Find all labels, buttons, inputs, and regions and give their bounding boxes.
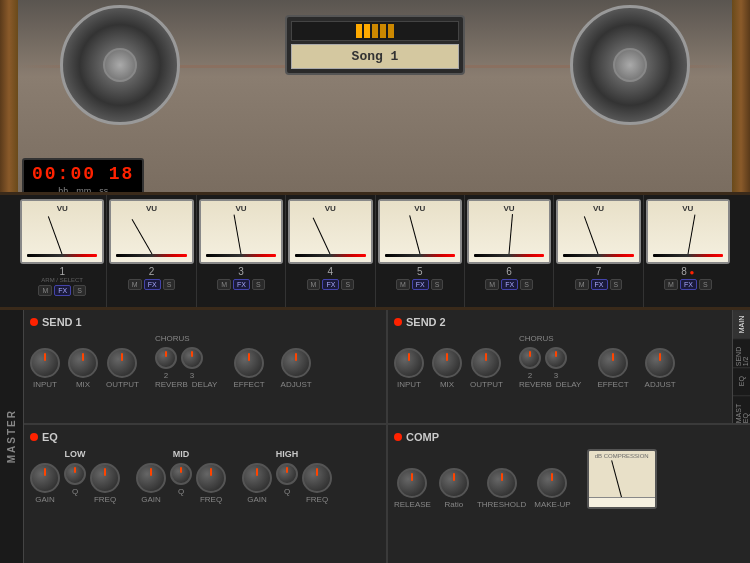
ch3-s-btn[interactable]: S [252,279,265,290]
ch-number-2: 2 [149,266,155,277]
timer-labels: hh mm ss [32,186,134,195]
ch1-m-btn[interactable]: M [38,285,52,296]
send1-output-label: OUTPUT [106,380,139,389]
send1-reverb-knob[interactable] [155,347,177,369]
ch-controls-7[interactable]: M FX S [575,279,622,290]
eq-low-gain-group: GAIN [30,463,60,504]
right-nav-mast[interactable]: MAST EQ [733,395,750,423]
vu-label-7: VU [593,204,604,213]
vu-label-6: VU [504,204,515,213]
eq-low-label: LOW [65,449,86,459]
comp-makeup-label: MAKE-UP [534,500,570,509]
right-nav-eq[interactable]: EQ [733,367,750,395]
right-nav-send[interactable]: SEND 1/2 [733,338,750,366]
send1-input-knob[interactable] [30,348,60,378]
eq-high-freq-knob[interactable] [302,463,332,493]
right-nav: MAIN SEND 1/2 EQ MAST EQ [732,310,750,423]
send2-effect-knob[interactable] [598,348,628,378]
ch-controls-4[interactable]: M FX S [307,279,354,290]
eq-mid-label: MID [173,449,190,459]
eq-high-freq-group: FREQ [302,463,332,504]
tape-bar-2 [364,24,370,38]
ch7-m-btn[interactable]: M [575,279,589,290]
send2-reverb-group: 2 [519,347,541,380]
send1-delay-label: 3 [190,371,194,380]
send1-effect-knob[interactable] [234,348,264,378]
eq-title: EQ [42,431,58,443]
eq-high-q-knob[interactable] [276,463,298,485]
tape-bar-3 [372,24,378,38]
send1-chorus-label: CHORUS [155,334,218,343]
ch-number-7: 7 [596,266,602,277]
ch5-fx-btn[interactable]: FX [412,279,429,290]
send1-output-knob[interactable] [107,348,137,378]
send2-mix-knob[interactable] [432,348,462,378]
ch8-m-btn[interactable]: M [664,279,678,290]
ch6-m-btn[interactable]: M [485,279,499,290]
ch-controls-2[interactable]: M FX S [128,279,175,290]
send2-reverb-label: 2 [528,371,532,380]
ch7-fx-btn[interactable]: FX [591,279,608,290]
ch1-fx-btn[interactable]: FX [54,285,71,296]
send1-adjust-knob[interactable] [281,348,311,378]
send2-input-label: INPUT [397,380,421,389]
timer-mm: mm [76,186,91,195]
comp-ratio-knob[interactable] [439,468,469,498]
eq-mid-gain-label: GAIN [141,495,161,504]
eq-low-freq-knob[interactable] [90,463,120,493]
eq-low-gain-knob[interactable] [30,463,60,493]
eq-mid-knobs: GAIN Q FREQ [136,463,226,504]
ch6-s-btn[interactable]: S [520,279,533,290]
ch1-s-btn[interactable]: S [73,285,86,296]
send2-delay-knob[interactable] [545,347,567,369]
ch2-fx-btn[interactable]: FX [144,279,161,290]
vu-channel-3: VU 3 M FX S [197,195,286,307]
send2-output-group: OUTPUT [470,348,503,389]
ch4-fx-btn[interactable]: FX [322,279,339,290]
comp-release-knob[interactable] [397,468,427,498]
send1-mix-knob[interactable] [68,348,98,378]
comp-makeup-group: MAKE-UP [534,468,570,509]
ch-controls-3[interactable]: M FX S [217,279,264,290]
ch3-fx-btn[interactable]: FX [233,279,250,290]
comp-threshold-knob[interactable] [487,468,517,498]
ch6-fx-btn[interactable]: FX [501,279,518,290]
eq-mid-q-knob[interactable] [170,463,192,485]
ch4-m-btn[interactable]: M [307,279,321,290]
ch7-s-btn[interactable]: S [610,279,623,290]
eq-mid-freq-label: FREQ [200,495,222,504]
eq-low-freq-label: FREQ [94,495,116,504]
ch2-s-btn[interactable]: S [163,279,176,290]
ch-controls-8[interactable]: M FX S [664,279,711,290]
ch-controls-1[interactable]: M FX S [38,285,85,296]
ch5-s-btn[interactable]: S [431,279,444,290]
send2-effect-row: REVERB DELAY [519,380,582,389]
eq-high-gain-knob[interactable] [242,463,272,493]
ch-controls-6[interactable]: M FX S [485,279,532,290]
ch3-m-btn[interactable]: M [217,279,231,290]
ch4-s-btn[interactable]: S [341,279,354,290]
right-nav-main[interactable]: MAIN [733,310,750,338]
eq-low-q-label: Q [72,487,78,496]
send2-reverb-knob[interactable] [519,347,541,369]
ch8-fx-btn[interactable]: FX [680,279,697,290]
ch8-s-btn[interactable]: S [699,279,712,290]
tape-transport: Song 1 [285,15,465,75]
eq-mid-gain-knob[interactable] [136,463,166,493]
send2-input-knob[interactable] [394,348,424,378]
comp-makeup-knob[interactable] [537,468,567,498]
timer-display: 00:00 18 hh mm ss [22,158,144,195]
send1-reverb-text: REVERB [155,380,188,389]
send2-output-knob[interactable] [471,348,501,378]
send1-delay-knob[interactable] [181,347,203,369]
send2-adjust-knob[interactable] [645,348,675,378]
ch2-m-btn[interactable]: M [128,279,142,290]
send1-output-group: OUTPUT [106,348,139,389]
vu-meter-4: VU [288,199,372,264]
eq-mid-freq-knob[interactable] [196,463,226,493]
send2-mix-label: MIX [440,380,454,389]
ch5-m-btn[interactable]: M [396,279,410,290]
eq-header: EQ [30,431,380,443]
ch-controls-5[interactable]: M FX S [396,279,443,290]
eq-low-q-knob[interactable] [64,463,86,485]
